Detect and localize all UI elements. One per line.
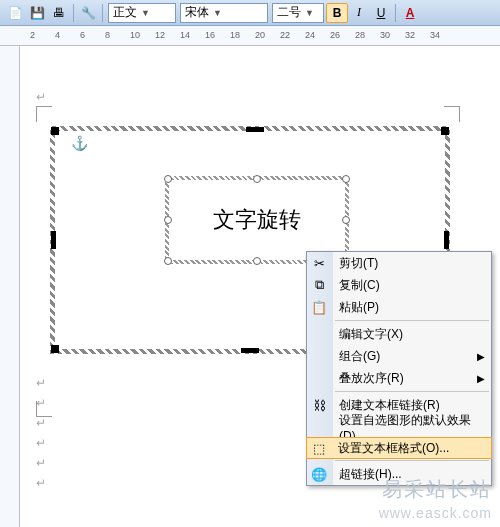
- submenu-arrow-icon: ▶: [477, 373, 485, 384]
- resize-handle[interactable]: [164, 257, 172, 265]
- horizontal-ruler: 24 68 1012 1416 1820 2224 2628 3032 34: [0, 26, 500, 46]
- style-dropdown[interactable]: 正文▼: [108, 3, 176, 23]
- watermark-text: 易采站长站: [382, 476, 492, 503]
- paragraph-mark-icon: ↵: [36, 456, 46, 470]
- underline-button[interactable]: U: [370, 3, 392, 23]
- menu-group[interactable]: 组合(G)▶: [307, 345, 491, 367]
- page-margin-corner: [36, 106, 52, 122]
- resize-handle[interactable]: [444, 231, 449, 249]
- globe-icon: 🌐: [311, 466, 327, 482]
- italic-button[interactable]: I: [348, 3, 370, 23]
- paragraph-mark-icon: ↵: [36, 436, 46, 450]
- resize-handle[interactable]: [51, 231, 56, 249]
- bold-button[interactable]: B: [326, 3, 348, 23]
- page-margin-corner: [444, 106, 460, 122]
- menu-set-autoshape[interactable]: 设置自选图形的默认效果(D): [307, 416, 491, 438]
- resize-handle[interactable]: [164, 216, 172, 224]
- menu-format-textbox[interactable]: ⬚设置文本框格式(O)...: [306, 437, 492, 459]
- format-icon: ⬚: [311, 440, 327, 456]
- context-menu: ✂剪切(T) ⧉复制(C) 📋粘贴(P) 编辑文字(X) 组合(G)▶ 叠放次序…: [306, 251, 492, 486]
- scissors-icon: ✂: [311, 255, 327, 271]
- resize-handle[interactable]: [241, 348, 259, 353]
- paragraph-mark-icon: ↵: [36, 90, 46, 104]
- menu-paste[interactable]: 📋粘贴(P): [307, 296, 491, 318]
- submenu-arrow-icon: ▶: [477, 351, 485, 362]
- resize-handle[interactable]: [51, 345, 59, 353]
- formatting-toolbar: 📄 💾 🖶 🔧 正文▼ 宋体▼ 二号▼ B I U A: [0, 0, 500, 26]
- font-dropdown[interactable]: 宋体▼: [180, 3, 268, 23]
- paragraph-mark-icon: ↵: [36, 376, 46, 390]
- menu-cut[interactable]: ✂剪切(T): [307, 252, 491, 274]
- paragraph-mark-icon: ↵: [36, 416, 46, 430]
- font-color-button[interactable]: A: [400, 3, 420, 23]
- resize-handle[interactable]: [164, 175, 172, 183]
- text-box-content: 文字旋转: [213, 205, 301, 235]
- watermark-url: www.easck.com: [379, 505, 492, 521]
- size-dropdown[interactable]: 二号▼: [272, 3, 324, 23]
- resize-handle[interactable]: [342, 175, 350, 183]
- print-icon[interactable]: 🖶: [49, 3, 69, 23]
- anchor-icon: ⚓: [71, 135, 88, 151]
- paragraph-mark-icon: ↵: [36, 396, 46, 410]
- copy-icon: ⧉: [311, 277, 327, 293]
- menu-order[interactable]: 叠放次序(R)▶: [307, 367, 491, 389]
- save-icon[interactable]: 💾: [27, 3, 47, 23]
- new-doc-icon[interactable]: 📄: [5, 3, 25, 23]
- tool-icon[interactable]: 🔧: [78, 3, 98, 23]
- resize-handle[interactable]: [51, 127, 59, 135]
- resize-handle[interactable]: [441, 127, 449, 135]
- resize-handle[interactable]: [246, 127, 264, 132]
- resize-handle[interactable]: [342, 216, 350, 224]
- paragraph-mark-icon: ↵: [36, 476, 46, 490]
- menu-copy[interactable]: ⧉复制(C): [307, 274, 491, 296]
- menu-edit-text[interactable]: 编辑文字(X): [307, 323, 491, 345]
- resize-handle[interactable]: [253, 175, 261, 183]
- link-icon: ⛓: [311, 397, 327, 413]
- resize-handle[interactable]: [253, 257, 261, 265]
- vertical-ruler: [0, 46, 20, 527]
- paste-icon: 📋: [311, 299, 327, 315]
